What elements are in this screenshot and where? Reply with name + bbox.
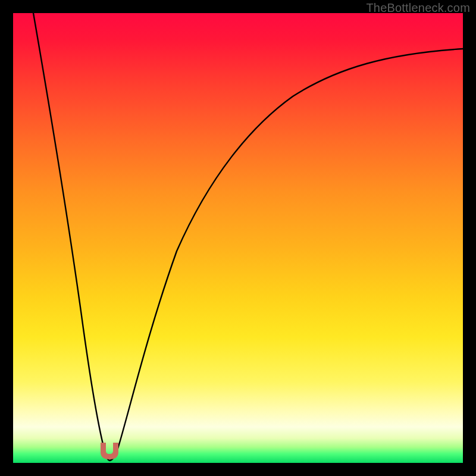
plot-area bbox=[13, 13, 463, 463]
min-marker-icon bbox=[97, 441, 122, 462]
bottleneck-curve-path bbox=[33, 13, 463, 461]
curve-layer bbox=[13, 13, 463, 463]
min-marker bbox=[97, 441, 122, 464]
chart-root: TheBottleneck.com bbox=[0, 0, 476, 476]
